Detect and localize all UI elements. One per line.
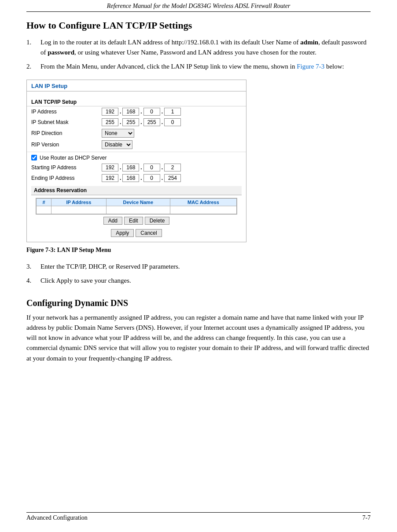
rip-direction-row: RIP Direction None Both In Only Out Only [27,128,246,139]
addr-reservation-table-wrapper: # IP Address Device Name MAC Address [36,198,237,215]
address-reservation-section: Address Reservation # IP Address Device … [27,183,246,215]
subnet-octet4[interactable] [164,118,181,126]
lan-panel-title: LAN IP Setup [27,80,246,91]
step-1-num: 1. [26,37,40,57]
password-bold: password [48,49,74,56]
col-mac: MAC Address [170,198,236,206]
ip-address-inputs: . . . [102,108,181,116]
subnet-mask-inputs: . . . [102,118,181,126]
add-edit-delete-row: Add Edit Delete [27,215,246,227]
ending-ip-label: Ending IP Address [31,175,102,181]
table-row [37,206,237,214]
step-1: 1. Log in to the router at its default L… [26,37,371,57]
empty-device [106,206,170,214]
ending-ip-inputs: . . . [102,174,181,182]
col-device: Device Name [106,198,170,206]
header-text: Reference Manual for the Model DG834G Wi… [107,3,290,9]
step-2-text-before: From the Main Menu, under Advanced, clic… [40,63,297,70]
section2-title: Configuring Dynamic DNS [26,298,371,308]
edit-button[interactable]: Edit [124,217,143,225]
ip-addr-octet2[interactable] [122,108,139,116]
subnet-mask-label: IP Subnet Mask [31,119,102,125]
step-2-num: 2. [26,62,40,72]
step-4-num: 4. [26,276,40,286]
step-2: 2. From the Main Menu, under Advanced, c… [26,62,371,72]
empty-mac [170,206,236,214]
end-ip-octet1[interactable] [102,174,118,182]
subnet-octet2[interactable] [122,118,139,126]
ip-address-label: IP Address [31,109,102,115]
dhcp-checkbox[interactable] [31,155,37,160]
footer-left: Advanced Configuration [26,514,88,521]
add-button[interactable]: Add [103,217,122,225]
step-3: 3. Enter the TCP/IP, DHCP, or Reserved I… [26,262,371,272]
dhcp-label: Use Router as DHCP Server [40,155,107,161]
start-ip-octet3[interactable] [143,164,160,171]
step-3-num: 3. [26,262,40,272]
subnet-octet3[interactable] [143,118,160,126]
step-3-content: Enter the TCP/IP, DHCP, or Reserved IP p… [40,262,371,272]
rip-version-label: RIP Version [31,142,102,148]
page-footer: Advanced Configuration 7-7 [26,512,371,524]
cancel-button[interactable]: Cancel [136,229,162,237]
rip-direction-select[interactable]: None Both In Only Out Only [102,129,134,138]
subnet-octet1[interactable] [102,118,118,126]
addr-reservation-header: Address Reservation [31,186,242,195]
page-container: Reference Manual for the Model DG834G Wi… [0,0,397,532]
start-ip-octet4[interactable] [164,164,181,171]
rip-version-select[interactable]: Disable RIP-1 RIP-2 [102,140,132,149]
step-4-content: Click Apply to save your changes. [40,276,371,286]
end-ip-octet2[interactable] [122,174,139,182]
figure-caption: Figure 7-3: LAN IP Setup Menu [26,247,371,254]
subnet-mask-row: IP Subnet Mask . . . [27,117,246,128]
main-title: How to Configure LAN TCP/IP Settings [26,20,371,31]
starting-ip-row: Starting IP Address . . . [27,162,246,173]
start-ip-octet2[interactable] [122,164,139,171]
rip-version-inputs: Disable RIP-1 RIP-2 [102,140,132,149]
ip-addr-octet3[interactable] [143,108,160,116]
starting-ip-inputs: . . . [102,164,181,171]
apply-cancel-row: Apply Cancel [27,227,246,239]
step-2-text-after: below: [324,63,344,70]
ending-ip-row: Ending IP Address . . . [27,173,246,183]
addr-reservation-table: # IP Address Device Name MAC Address [36,198,237,214]
delete-button[interactable]: Delete [145,217,170,225]
col-num: # [37,198,51,206]
section2-body: If your network has a permanently assign… [26,313,371,364]
dhcp-checkbox-row: Use Router as DHCP Server [27,152,246,162]
col-ip: IP Address [51,198,107,206]
empty-num [37,206,51,214]
rip-version-row: RIP Version Disable RIP-1 RIP-2 [27,139,246,150]
empty-ip [51,206,107,214]
rip-direction-label: RIP Direction [31,130,102,136]
ip-addr-octet1[interactable] [102,108,118,116]
table-header-row: # IP Address Device Name MAC Address [37,198,237,206]
rip-direction-inputs: None Both In Only Out Only [102,129,134,138]
steps-list: 1. Log in to the router at its default L… [26,37,371,72]
lan-section-header: LAN TCP/IP Setup [27,97,246,106]
footer-right: 7-7 [362,514,371,521]
page-header: Reference Manual for the Model DG834G Wi… [26,0,371,12]
steps-after-list: 3. Enter the TCP/IP, DHCP, or Reserved I… [26,262,371,286]
step-2-content: From the Main Menu, under Advanced, clic… [40,62,371,72]
end-ip-octet4[interactable] [164,174,181,182]
starting-ip-label: Starting IP Address [31,164,102,171]
start-ip-octet1[interactable] [102,164,118,171]
lan-ip-setup-panel: LAN IP Setup LAN TCP/IP Setup IP Address… [26,80,246,242]
ip-addr-octet4[interactable] [164,108,181,116]
end-ip-octet3[interactable] [143,174,160,182]
admin-bold: admin [300,39,318,46]
ip-address-row: IP Address . . . [27,106,246,117]
step-1-content: Log in to the router at its default LAN … [40,37,371,57]
step-4: 4. Click Apply to save your changes. [26,276,371,286]
apply-button[interactable]: Apply [111,229,134,237]
figure-7-3-link[interactable]: Figure 7-3 [297,63,324,70]
